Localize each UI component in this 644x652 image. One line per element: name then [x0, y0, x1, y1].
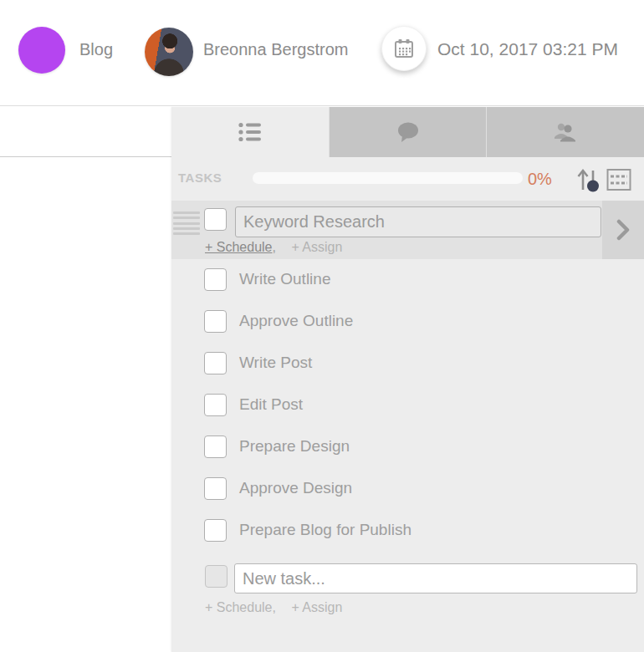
task-row: Write Post [171, 343, 644, 385]
task-label: Write Post [239, 354, 312, 372]
tasks-header: TASKS 0% [171, 157, 644, 201]
calendar-icon [393, 38, 415, 59]
tasks-title: TASKS [178, 171, 222, 185]
page: Blog Breonna Bergstrom Oct 10, 2017 03:2… [0, 0, 644, 652]
new-task-row: + Schedule, + Assign [171, 558, 644, 625]
task-row-selected: + Schedule, + Assign [171, 201, 644, 259]
assign-link[interactable]: + Assign [291, 240, 342, 254]
task-title-input[interactable] [235, 206, 601, 237]
comment-icon [396, 121, 420, 143]
task-checkbox[interactable] [204, 208, 227, 231]
task-checkbox[interactable] [204, 310, 227, 333]
drag-handle-icon[interactable] [173, 211, 200, 235]
task-row: Write Outline [171, 259, 644, 301]
task-row: Approve Outline [171, 301, 644, 343]
sidebar-tabs [171, 107, 644, 157]
publish-datetime: Oct 10, 2017 03:21 PM [437, 39, 618, 59]
links-separator: , [273, 600, 276, 614]
task-links: + Schedule, + Assign [205, 240, 342, 255]
links-separator: , [273, 240, 276, 254]
task-checkbox[interactable] [204, 268, 227, 291]
new-task-links: + Schedule, + Assign [205, 600, 342, 615]
assign-link[interactable]: + Assign [291, 600, 342, 614]
task-label: Prepare Design [239, 437, 350, 456]
dashed-grid-icon [606, 168, 631, 191]
task-label: Write Outline [239, 270, 330, 288]
author-avatar[interactable] [145, 28, 193, 76]
task-row: Edit Post [171, 385, 644, 426]
new-task-checkbox[interactable] [205, 565, 227, 588]
task-detail-expander[interactable] [602, 201, 644, 259]
task-label: Approve Design [239, 479, 352, 497]
header: Blog Breonna Bergstrom Oct 10, 2017 03:2… [0, 0, 644, 106]
task-checkbox[interactable] [204, 394, 227, 416]
task-checkbox[interactable] [204, 436, 227, 458]
tab-tasks[interactable] [171, 107, 329, 157]
project-label: Blog [79, 40, 113, 59]
task-checkbox[interactable] [204, 352, 227, 374]
sort-tasks-button[interactable] [575, 166, 601, 193]
task-row: Prepare Blog for Publish [171, 510, 644, 552]
task-label: Edit Post [239, 395, 303, 414]
task-label: Prepare Blog for Publish [239, 521, 411, 539]
task-checkbox[interactable] [204, 477, 227, 500]
calendar-button[interactable] [381, 26, 427, 71]
new-task-input[interactable] [234, 563, 637, 593]
tasks-progress-bar [253, 172, 523, 184]
author-name: Breonna Bergstrom [203, 40, 348, 59]
project-color-dot[interactable] [18, 27, 65, 74]
tasks-progress-percent: 0% [528, 170, 552, 189]
tab-comments[interactable] [330, 107, 487, 157]
editor-pane [0, 107, 171, 652]
task-checkbox[interactable] [204, 519, 227, 542]
tab-team[interactable] [487, 107, 644, 157]
schedule-link[interactable]: + Schedule [205, 600, 273, 614]
editor-toolbar-divider [0, 156, 171, 157]
task-template-button[interactable] [606, 166, 632, 193]
team-icon [552, 121, 579, 143]
task-row: Prepare Design [171, 426, 644, 468]
schedule-link[interactable]: + Schedule [205, 240, 273, 254]
sort-icon [575, 166, 601, 193]
sidebar-panel: TASKS 0% [171, 107, 644, 652]
chevron-right-icon [616, 219, 631, 241]
task-label: Approve Outline [239, 312, 353, 330]
task-row: Approve Design [171, 468, 644, 510]
task-list-icon [238, 121, 263, 143]
